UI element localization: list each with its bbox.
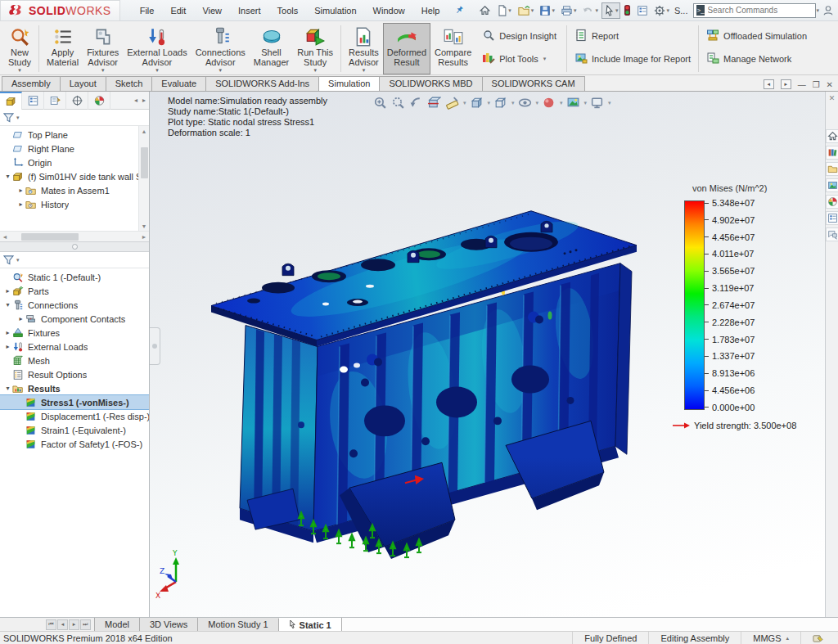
status-mmgs[interactable]: MMGS▴ [741,632,800,644]
design-library-icon[interactable] [826,146,838,160]
bottom-tab-static-1[interactable]: Static 1 [278,618,342,631]
tree-item-displacement1-res-disp[interactable]: Displacement1 (-Res disp-) [0,409,149,423]
tree-item-right-plane[interactable]: Right Plane [0,142,138,155]
configurationmanager-tab[interactable] [44,92,66,110]
open-icon[interactable]: ▾ [515,2,537,19]
search-commands-box[interactable]: >_ ▾ [693,3,816,18]
feature-tree-vscrollbar[interactable]: ▲▼ [138,126,149,231]
tree-item-connections[interactable]: ▾Connections [0,298,149,312]
run-this-study-button[interactable]: Run ThisStudy▾ [293,23,337,74]
tree-item-history[interactable]: ▸History [0,197,138,211]
view-settings-icon[interactable] [589,95,605,110]
doc-close-icon[interactable]: ✕ [827,80,833,89]
compare-results-button[interactable]: CompareResults [430,23,475,74]
design-insight-button[interactable]: Design Insight [479,27,560,45]
tree-item-external-loads[interactable]: ▸External Loads [0,340,149,354]
propertymanager-tab[interactable] [22,92,44,110]
zoom-to-area-icon[interactable] [390,95,406,110]
expander-icon[interactable]: ▾ [3,173,12,180]
deformed-result-button[interactable]: DeformedResult [383,23,430,74]
tab-assembly[interactable]: Assembly [2,76,61,91]
menu-view[interactable]: View [194,2,230,19]
doc-minimize-icon[interactable]: — [798,80,806,89]
undo-icon[interactable]: ▾ [579,2,601,18]
print-icon[interactable]: ▾ [558,2,579,19]
apply-material-button[interactable]: ApplyMaterial [43,23,83,74]
dropdown-caret[interactable]: ▾ [608,100,611,106]
previous-view-icon[interactable] [408,95,424,110]
doc-restore-icon[interactable]: ❐ [813,80,820,89]
external-loads-advisor-button[interactable]: External LoadsAdvisor▾ [123,23,191,74]
report-button[interactable]: Report [571,27,694,45]
offloaded-simulation-button[interactable]: Offloaded Simulation [703,27,810,45]
dropdown-caret[interactable]: ▾ [584,100,588,106]
tree-item-f-sim01hv-side-tank-wall-simu[interactable]: ▾(f) Sim01HV side tank wall Simu [0,169,138,183]
options-gear-icon[interactable]: ▾ [651,2,672,19]
feature-tree-filter[interactable]: ▾ [0,110,149,126]
first-tab-icon[interactable]: ⏮ [46,619,56,630]
results-advisor-button[interactable]: ResultsAdvisor▾ [345,23,383,74]
menu-simulation[interactable]: Simulation [306,2,364,19]
expander-icon[interactable]: ▾ [3,385,12,392]
display-style-icon[interactable] [493,95,508,110]
fixtures-advisor-button[interactable]: FixturesAdvisor▾ [83,23,123,74]
sim-tree-filter[interactable]: ▾ [0,252,149,268]
rebuild-icon[interactable] [621,2,633,19]
tree-item-static-1-default[interactable]: Static 1 (-Default-) [0,270,149,284]
tree-item-factor-of-safety1-fos[interactable]: Factor of Safety1 (-FOS-) [0,437,149,451]
expander-icon[interactable]: ▸ [16,315,25,322]
prev-tab-icon[interactable]: ◂ [57,619,68,630]
manage-network-button[interactable]: Manage Network [703,50,810,68]
menu-help[interactable]: Help [413,2,448,19]
comments-icon[interactable] [826,227,838,241]
connections-advisor-button[interactable]: ConnectionsAdvisor▾ [191,23,250,74]
select-cursor-icon[interactable]: ▾ [601,2,621,19]
view-palette-icon[interactable] [826,178,838,192]
dropdown-caret[interactable]: ▾ [511,100,515,106]
menu-window[interactable]: Window [365,2,413,19]
apply-scene-icon[interactable] [565,95,581,110]
menu-insert[interactable]: Insert [230,2,269,19]
menu-file[interactable]: File [132,2,163,19]
panel-collapse-handle[interactable] [150,327,160,365]
tree-item-parts[interactable]: ▸Parts [0,284,149,298]
menu-tools[interactable]: Tools [269,2,307,19]
tree-item-stress1-vonmises[interactable]: Stress1 (-vonMises-) [0,395,149,409]
tab-evaluate[interactable]: Evaluate [151,76,206,91]
dropdown-caret[interactable]: ▾ [560,100,563,106]
tab-layout[interactable]: Layout [60,76,106,91]
tab-solidworks-mbd[interactable]: SOLIDWORKS MBD [379,76,482,91]
expander-icon[interactable]: ▾ [3,301,12,308]
expander-icon[interactable]: ▸ [3,329,12,336]
task-pane-close-icon[interactable]: ✕ [829,92,836,105]
tree-item-mates-in-assem1[interactable]: ▸Mates in Assem1 [0,183,138,197]
appearances-icon[interactable] [826,195,838,209]
menu-edit[interactable]: Edit [162,2,194,19]
tree-item-mesh[interactable]: Mesh [0,354,149,367]
tab-solidworks-add-ins[interactable]: SOLIDWORKS Add-Ins [205,76,319,91]
expander-icon[interactable]: ▸ [16,187,25,194]
dropdown-caret[interactable]: ▾ [463,100,466,106]
tree-item-origin[interactable]: Origin [0,155,138,169]
tab-simulation[interactable]: Simulation [318,76,380,91]
dropdown-caret[interactable]: ▾ [536,100,539,106]
displaymanager-tab[interactable] [88,92,110,110]
search-scope-icon[interactable]: >_ [696,5,704,16]
tree-item-result-options[interactable]: Result Options [0,367,149,381]
next-pane-icon[interactable]: ▸ [781,79,791,89]
feature-tree-hscrollbar[interactable]: ◄► [0,231,149,241]
file-explorer-icon[interactable] [826,162,838,176]
tree-item-fixtures[interactable]: ▸Fixtures [0,326,149,340]
zoom-to-fit-icon[interactable] [372,95,388,110]
user-icon[interactable] [820,2,836,19]
file-properties-icon[interactable] [634,2,651,19]
measure-icon[interactable] [444,95,460,110]
last-tab-icon[interactable]: ⏭ [80,619,91,630]
bottom-tab-model[interactable]: Model [94,618,140,631]
bottom-tab-3d-views[interactable]: 3D Views [139,618,198,631]
include-image-for-report-button[interactable]: Include Image for Report [571,50,694,68]
tree-item-results[interactable]: ▾Results [0,381,149,395]
hide-show-items-icon[interactable] [517,95,533,110]
search-input[interactable] [708,6,816,15]
previous-pane-icon[interactable]: ◂ [764,79,774,89]
